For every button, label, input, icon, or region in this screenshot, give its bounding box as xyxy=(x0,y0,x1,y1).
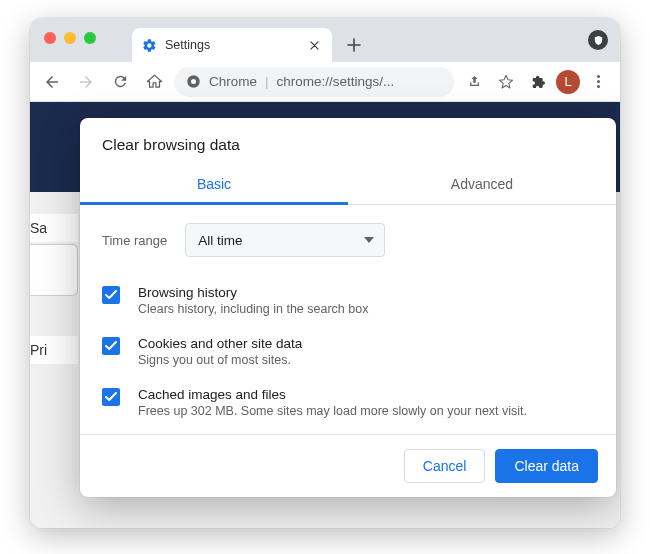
option-text: Cached images and files Frees up 302 MB.… xyxy=(138,387,527,418)
cancel-button[interactable]: Cancel xyxy=(404,449,486,483)
omnibox-scheme: Chrome xyxy=(209,74,257,89)
check-icon xyxy=(105,290,117,300)
dialog-footer: Cancel Clear data xyxy=(80,434,616,497)
check-icon xyxy=(105,341,117,351)
dialog-title: Clear browsing data xyxy=(80,118,616,166)
checkbox[interactable] xyxy=(102,337,120,355)
plus-icon xyxy=(347,38,361,52)
option-subtitle: Signs you out of most sites. xyxy=(138,353,302,367)
chevron-down-icon xyxy=(364,237,374,243)
forward-button[interactable] xyxy=(72,68,100,96)
bg-section-safety: Sa xyxy=(30,214,78,242)
share-button[interactable] xyxy=(460,68,488,96)
traffic-lights xyxy=(44,32,96,44)
maximize-window-button[interactable] xyxy=(84,32,96,44)
divider: | xyxy=(265,74,269,89)
home-button[interactable] xyxy=(140,68,168,96)
share-icon xyxy=(467,74,482,89)
chrome-logo-icon xyxy=(186,74,201,89)
dialog-tabs: Basic Advanced xyxy=(80,166,616,205)
omnibox-path: chrome://settings/... xyxy=(277,74,395,89)
profile-avatar[interactable]: L xyxy=(556,70,580,94)
shield-icon xyxy=(588,30,608,50)
bookmark-button[interactable] xyxy=(492,68,520,96)
reload-icon xyxy=(112,73,129,90)
star-icon xyxy=(498,74,514,90)
dialog-body: Time range All time Browsing history Cle… xyxy=(80,205,616,434)
option-cookies[interactable]: Cookies and other site data Signs you ou… xyxy=(102,326,594,377)
browser-tab[interactable]: Settings xyxy=(132,28,332,62)
browser-window: Settings C xyxy=(30,18,620,528)
option-subtitle: Clears history, including in the search … xyxy=(138,302,368,316)
minimize-window-button[interactable] xyxy=(64,32,76,44)
checkbox[interactable] xyxy=(102,286,120,304)
option-text: Cookies and other site data Signs you ou… xyxy=(138,336,302,367)
option-title: Browsing history xyxy=(138,285,368,300)
option-subtitle: Frees up 302 MB. Some sites may load mor… xyxy=(138,404,527,418)
new-tab-button[interactable] xyxy=(340,31,368,59)
option-text: Browsing history Clears history, includi… xyxy=(138,285,368,316)
tab-basic[interactable]: Basic xyxy=(80,166,348,204)
tab-title: Settings xyxy=(165,38,210,52)
back-button[interactable] xyxy=(38,68,66,96)
kebab-icon xyxy=(597,75,600,88)
home-icon xyxy=(146,73,163,90)
time-range-select[interactable]: All time xyxy=(185,223,385,257)
clear-browsing-data-dialog: Clear browsing data Basic Advanced Time … xyxy=(80,118,616,497)
extensions-button[interactable] xyxy=(524,68,552,96)
address-bar[interactable]: Chrome | chrome://settings/... xyxy=(174,67,454,97)
close-window-button[interactable] xyxy=(44,32,56,44)
checkbox[interactable] xyxy=(102,388,120,406)
clear-data-button[interactable]: Clear data xyxy=(495,449,598,483)
option-cached[interactable]: Cached images and files Frees up 302 MB.… xyxy=(102,377,594,428)
gear-icon xyxy=(142,38,157,53)
arrow-left-icon xyxy=(43,73,61,91)
bg-section-privacy: Pri xyxy=(30,336,78,364)
option-title: Cached images and files xyxy=(138,387,527,402)
menu-button[interactable] xyxy=(584,68,612,96)
reload-button[interactable] xyxy=(106,68,134,96)
tab-advanced[interactable]: Advanced xyxy=(348,166,616,204)
puzzle-icon xyxy=(530,74,546,90)
avatar-initial: L xyxy=(564,74,571,89)
close-tab-button[interactable] xyxy=(306,37,322,53)
close-icon xyxy=(310,41,319,50)
svg-point-1 xyxy=(191,79,196,84)
bg-card-fragment xyxy=(30,244,78,296)
option-title: Cookies and other site data xyxy=(138,336,302,351)
toolbar: Chrome | chrome://settings/... L xyxy=(30,62,620,102)
titlebar: Settings xyxy=(30,18,620,62)
time-range-value: All time xyxy=(198,233,242,248)
incognito-indicator[interactable] xyxy=(588,30,608,50)
check-icon xyxy=(105,392,117,402)
time-range-row: Time range All time xyxy=(102,223,594,257)
time-range-label: Time range xyxy=(102,233,167,248)
option-browsing-history[interactable]: Browsing history Clears history, includi… xyxy=(102,275,594,326)
arrow-right-icon xyxy=(77,73,95,91)
